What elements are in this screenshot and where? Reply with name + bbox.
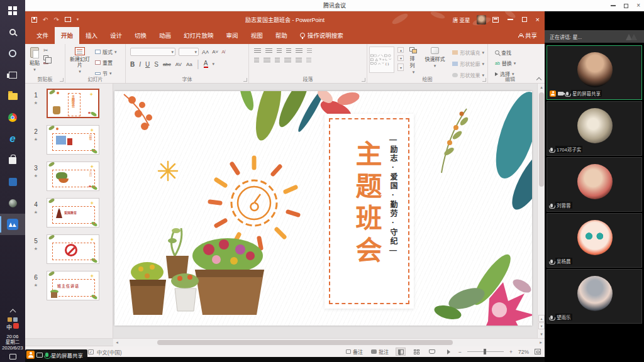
columns-icon[interactable] <box>296 58 302 63</box>
horizontal-scrollbar[interactable]: ◂ ▸ <box>113 339 545 346</box>
shape-fill-button[interactable]: 形状填充▾ <box>451 48 486 57</box>
normal-view-button[interactable] <box>396 348 406 356</box>
video-tile[interactable]: 刘蓉蓉 <box>547 157 642 212</box>
numbering-icon[interactable] <box>265 48 272 54</box>
quick-styles-button[interactable]: 快速样式 ▾ <box>422 47 447 79</box>
shapes-scroll-up-icon[interactable]: ▴ <box>397 47 404 53</box>
paragraph-dialog-launcher[interactable] <box>362 78 365 82</box>
replace-button[interactable]: ab替换▾ <box>494 59 526 67</box>
tray-app-icon[interactable] <box>13 323 19 329</box>
video-tile-presenter[interactable]: 星的屏幕共享 <box>547 45 642 100</box>
meeting-maximize-button[interactable] <box>624 4 628 8</box>
action-center-button[interactable] <box>9 354 16 359</box>
screen-share-indicator[interactable]: 星的屏幕共享 <box>25 349 87 360</box>
arrange-button[interactable]: 排列 ▾ <box>407 47 419 79</box>
bold-button[interactable]: B <box>130 61 135 68</box>
slide-thumbnail-3[interactable]: 节日 <box>47 162 99 191</box>
tray-expand-button[interactable] <box>0 307 25 316</box>
store-button[interactable] <box>0 150 25 171</box>
slide-thumbnail-1[interactable]: 主题班会 <box>47 89 99 118</box>
customize-qat-caret-icon[interactable]: ▾ <box>77 17 79 22</box>
slide-thumbnail-5[interactable] <box>47 234 99 264</box>
zoom-slider[interactable] <box>467 351 504 353</box>
zoom-slider-knob[interactable] <box>484 349 486 354</box>
share-button[interactable]: 共享 <box>511 27 545 44</box>
previous-slide-button[interactable]: ▴ <box>538 315 545 322</box>
ppt-minimize-button[interactable] <box>508 19 513 19</box>
clipboard-dialog-launcher[interactable] <box>60 78 64 82</box>
reading-view-button[interactable] <box>427 348 437 356</box>
ribbon-display-options-icon[interactable] <box>492 17 499 23</box>
edge-button[interactable]: e <box>0 128 25 150</box>
scroll-right-icon[interactable]: ▸ <box>537 339 545 346</box>
tab-help[interactable]: 帮助 <box>269 27 294 44</box>
horizontal-scroll-thumb[interactable] <box>157 340 453 345</box>
slide-thumbnail-4[interactable]: 爱国教育 <box>47 198 99 228</box>
shapes-gallery[interactable]: { } <box>369 47 394 73</box>
increase-indent-icon[interactable] <box>286 48 291 54</box>
slide-canvas[interactable]: 主题班会 —励志·爱国·勤劳·守纪— <box>113 84 537 338</box>
tab-home[interactable]: 开始 <box>55 27 79 44</box>
shapes-more-icon[interactable]: ▾ <box>397 63 404 71</box>
account-name[interactable]: 唐 亚星 <box>453 16 470 23</box>
layout-button[interactable]: 版式▾ <box>94 48 118 56</box>
fit-slide-button[interactable] <box>535 349 541 354</box>
account-avatar[interactable] <box>477 15 486 25</box>
strikethrough-button[interactable]: abc <box>163 62 171 67</box>
justify-icon[interactable] <box>284 58 291 63</box>
vertical-scrollbar[interactable]: ▴ ▴ ▾ ▾ <box>537 84 545 338</box>
align-right-icon[interactable] <box>275 58 280 63</box>
collapse-ribbon-button[interactable] <box>536 76 542 81</box>
start-button[interactable] <box>0 0 25 21</box>
meeting-minimize-button[interactable] <box>611 5 616 6</box>
cut-icon[interactable]: ✂ <box>43 48 48 53</box>
increase-font-icon[interactable]: A˄ <box>202 49 209 55</box>
cortana-button[interactable] <box>0 43 25 64</box>
next-slide-button[interactable]: ▾ <box>538 322 545 329</box>
ppt-maximize-button[interactable] <box>522 17 527 22</box>
tab-file[interactable]: 文件 <box>30 27 55 44</box>
new-slide-button[interactable]: 新建幻灯片 ▾ <box>67 47 92 77</box>
spellcheck-icon[interactable]: ✓ <box>88 349 94 354</box>
reset-button[interactable]: 重置 <box>94 58 118 67</box>
photos-button[interactable] <box>0 171 25 192</box>
meeting-close-button[interactable]: × <box>636 3 640 9</box>
italic-button[interactable]: I <box>139 61 141 68</box>
drawing-dialog-launcher[interactable] <box>482 78 486 82</box>
text-direction-icon[interactable] <box>307 48 312 54</box>
find-button[interactable]: 查找 <box>494 48 526 57</box>
font-name-dropdown[interactable]: ▾ <box>130 48 175 56</box>
tab-view[interactable]: 视图 <box>245 27 269 44</box>
font-size-dropdown[interactable]: ▾ <box>179 48 199 56</box>
char-spacing-button[interactable]: AV <box>175 62 182 67</box>
notes-button[interactable]: 备注 <box>345 348 364 356</box>
task-view-button[interactable] <box>0 64 25 85</box>
comments-button[interactable]: 批注 <box>370 348 390 356</box>
tab-animations[interactable]: 动画 <box>153 27 177 44</box>
save-icon[interactable] <box>31 17 37 23</box>
tab-insert[interactable]: 插入 <box>79 27 104 44</box>
video-tile[interactable]: 吴杨晨 <box>547 213 642 268</box>
file-explorer-button[interactable] <box>0 85 25 107</box>
slide-sorter-view-button[interactable] <box>411 348 421 356</box>
redo-icon[interactable]: ↷ <box>53 16 58 23</box>
tab-design[interactable]: 设计 <box>104 27 128 44</box>
decrease-indent-icon[interactable] <box>277 48 282 54</box>
tab-slideshow[interactable]: 幻灯片放映 <box>177 27 220 44</box>
smartart-icon[interactable] <box>306 58 311 63</box>
start-slideshow-icon[interactable] <box>65 17 71 22</box>
tray-icons[interactable] <box>8 317 18 322</box>
ppt-close-button[interactable]: × <box>536 16 540 23</box>
zoom-in-button[interactable]: + <box>509 349 513 355</box>
tell-me-search[interactable]: 操作说明搜索 <box>294 27 350 44</box>
change-case-button[interactable]: Aa <box>186 62 192 67</box>
bullets-icon[interactable] <box>254 48 261 54</box>
line-spacing-icon[interactable] <box>296 48 303 54</box>
shadow-button[interactable]: S <box>154 61 158 68</box>
app-button[interactable] <box>0 192 25 214</box>
shape-outline-button[interactable]: 形状轮廓▾ <box>451 60 486 68</box>
vertical-scroll-thumb[interactable] <box>539 92 544 187</box>
font-color-button[interactable]: A <box>204 60 208 68</box>
shapes-scroll-down-icon[interactable]: ▾ <box>397 55 404 61</box>
align-left-icon[interactable] <box>254 58 259 63</box>
